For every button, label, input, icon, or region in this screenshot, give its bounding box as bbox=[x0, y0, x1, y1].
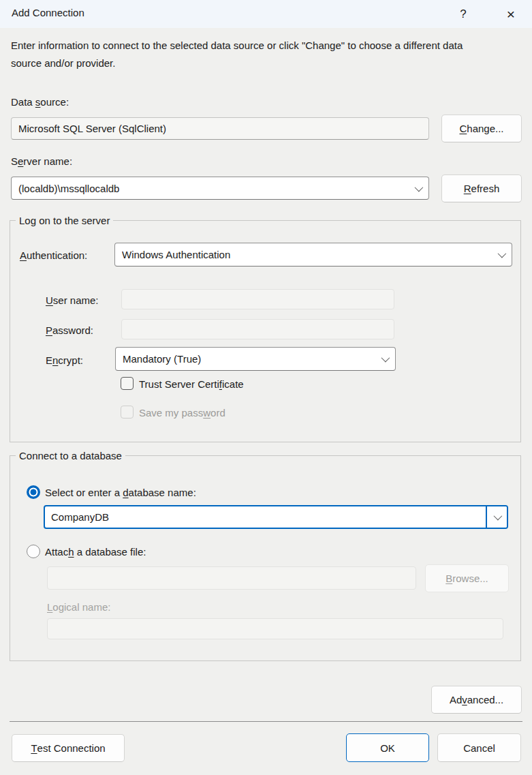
encrypt-value: Mandatory (True) bbox=[123, 353, 381, 365]
close-icon: × bbox=[507, 6, 515, 22]
encrypt-combo[interactable]: Mandatory (True) bbox=[115, 347, 396, 371]
browse-button: Browse... bbox=[425, 564, 509, 592]
logical-name-label: Logical name: bbox=[47, 601, 110, 614]
footer-divider bbox=[10, 721, 522, 722]
titlebar: Add Connection ? × bbox=[0, 0, 532, 28]
logon-group-legend: Log on to the server bbox=[16, 214, 113, 228]
help-icon: ? bbox=[460, 7, 466, 21]
cancel-button[interactable]: Cancel bbox=[437, 733, 521, 762]
server-name-value: (localdb)\mssqllocaldb bbox=[18, 183, 415, 194]
test-connection-button[interactable]: Test Connection bbox=[12, 734, 125, 762]
database-name-combo[interactable]: CompanyDB bbox=[44, 505, 508, 529]
server-name-combo[interactable]: (localdb)\mssqllocaldb bbox=[11, 177, 429, 200]
database-group: Connect to a database Select or enter a … bbox=[10, 455, 521, 661]
authentication-label: Authentication: bbox=[20, 249, 87, 262]
save-password-label: Save my password bbox=[139, 406, 225, 420]
close-button[interactable]: × bbox=[493, 0, 529, 28]
chevron-down-icon bbox=[415, 183, 424, 192]
database-combo-dropdown-button[interactable] bbox=[486, 506, 507, 528]
chevron-down-icon bbox=[381, 354, 390, 363]
trust-server-certificate-label[interactable]: Trust Server Certificate bbox=[139, 378, 244, 391]
description-text: Enter information to connect to the sele… bbox=[11, 37, 464, 72]
encrypt-label: Encrypt: bbox=[46, 354, 83, 367]
user-name-input bbox=[121, 289, 394, 309]
attach-file-label[interactable]: Attach a database file: bbox=[45, 545, 146, 559]
window-title: Add Connection bbox=[12, 7, 84, 18]
logon-group: Log on to the server Authentication: Win… bbox=[10, 220, 521, 442]
password-input bbox=[121, 319, 394, 339]
save-password-checkbox bbox=[121, 406, 134, 419]
ok-button[interactable]: OK bbox=[346, 733, 429, 762]
database-file-input bbox=[47, 566, 416, 590]
database-group-legend: Connect to a database bbox=[16, 449, 125, 463]
logical-name-input bbox=[47, 618, 503, 639]
authentication-combo[interactable]: Windows Authentication bbox=[114, 243, 512, 267]
help-button[interactable]: ? bbox=[448, 0, 478, 28]
select-database-label[interactable]: Select or enter a database name: bbox=[45, 486, 196, 500]
password-label: Password: bbox=[46, 324, 93, 337]
refresh-button[interactable]: Refresh bbox=[441, 174, 522, 202]
data-source-field: Microsoft SQL Server (SqlClient) bbox=[11, 117, 429, 140]
add-connection-dialog: Add Connection ? × Enter information to … bbox=[0, 0, 532, 775]
select-database-radio[interactable] bbox=[27, 485, 40, 499]
attach-file-radio[interactable] bbox=[27, 545, 40, 558]
chevron-down-icon bbox=[494, 512, 503, 521]
trust-server-certificate-checkbox[interactable] bbox=[121, 377, 134, 390]
data-source-label: Data source: bbox=[11, 95, 69, 109]
user-name-label: User name: bbox=[46, 294, 99, 307]
database-name-value: CompanyDB bbox=[45, 506, 486, 528]
server-name-label: Server name: bbox=[11, 155, 72, 168]
chevron-down-icon bbox=[498, 249, 507, 258]
data-source-value: Microsoft SQL Server (SqlClient) bbox=[18, 123, 166, 134]
authentication-value: Windows Authentication bbox=[122, 249, 498, 260]
change-button[interactable]: Change... bbox=[441, 115, 522, 142]
advanced-button[interactable]: Advanced... bbox=[431, 686, 522, 714]
